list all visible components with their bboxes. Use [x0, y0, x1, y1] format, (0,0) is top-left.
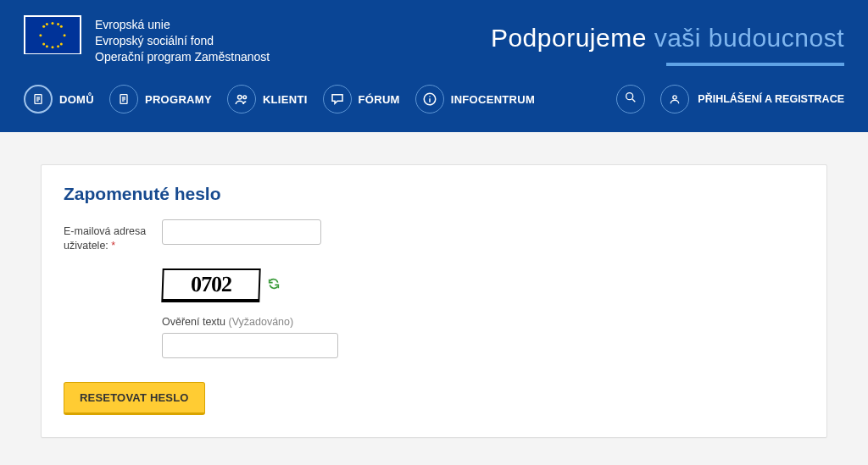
refresh-icon[interactable]	[267, 277, 281, 294]
svg-point-6	[60, 25, 63, 28]
main-nav: DOMŮ PROGRAMY KLIENTI FÓRUM INFOCENTRUM	[24, 66, 844, 132]
svg-point-25	[429, 96, 431, 97]
eu-line-1: Evropská unie	[95, 17, 270, 33]
site-slogan: Podporujeme vaši budoucnost	[491, 15, 844, 66]
svg-line-27	[632, 99, 635, 102]
captcha-label: Ověření textu (Vyžadováno)	[162, 316, 804, 328]
eu-flag-icon	[24, 15, 81, 54]
svg-point-2	[51, 46, 53, 48]
svg-point-3	[39, 34, 42, 36]
required-mark: *	[111, 240, 115, 252]
nav-label: KLIENTI	[263, 93, 308, 106]
email-field[interactable]	[162, 219, 321, 245]
svg-point-5	[42, 25, 45, 28]
svg-point-21	[237, 96, 242, 100]
svg-point-12	[57, 45, 59, 47]
card-title: Zapomenuté heslo	[64, 184, 804, 204]
auth-label: PŘIHLÁŠENÍ A REGISTRACE	[698, 93, 844, 105]
nav-item-forum[interactable]: FÓRUM	[323, 85, 400, 113]
captcha-image: 0702	[161, 268, 260, 302]
eu-program-text: Evropská unie Evropský sociální fond Ope…	[95, 15, 270, 65]
email-label: E-mailová adresa uživatele: *	[64, 219, 152, 253]
site-header: Evropská unie Evropský sociální fond Ope…	[0, 0, 868, 132]
users-icon	[227, 85, 256, 113]
captcha-label-hint: (Vyžadováno)	[229, 316, 294, 328]
svg-point-1	[51, 22, 53, 25]
svg-point-28	[673, 96, 676, 99]
user-icon	[660, 85, 689, 113]
eu-line-3: Operační program Zaměstnanost	[95, 49, 270, 65]
captcha-field[interactable]	[162, 333, 338, 358]
svg-point-22	[243, 96, 247, 99]
svg-point-4	[64, 34, 66, 36]
slogan-part1: Podporujeme	[491, 24, 654, 52]
nav-label: DOMŮ	[59, 93, 94, 106]
eu-line-2: Evropský sociální fond	[95, 33, 270, 49]
document-icon	[109, 85, 138, 113]
nav-item-infocentre[interactable]: INFOCENTRUM	[415, 85, 535, 113]
nav-item-home[interactable]: DOMŮ	[24, 85, 94, 113]
chat-icon	[323, 85, 352, 113]
reset-password-button[interactable]: RESETOVAT HESLO	[64, 382, 205, 415]
search-button[interactable]	[616, 85, 645, 113]
svg-point-8	[60, 42, 63, 45]
slogan-part2: vaši budoucnost	[654, 24, 844, 52]
email-row: E-mailová adresa uživatele: *	[64, 219, 804, 253]
document-icon	[24, 85, 53, 113]
nav-label: INFOCENTRUM	[451, 93, 535, 106]
captcha-text: 0702	[191, 272, 232, 297]
svg-point-11	[46, 45, 48, 47]
captcha-label-text: Ověření textu	[162, 316, 229, 328]
forgot-password-card: Zapomenuté heslo E-mailová adresa uživat…	[41, 164, 827, 438]
page-content: Zapomenuté heslo E-mailová adresa uživat…	[0, 132, 868, 446]
search-icon	[624, 91, 637, 108]
svg-point-26	[626, 93, 633, 100]
nav-item-clients[interactable]: KLIENTI	[227, 85, 308, 113]
captcha-section: 0702 Ověření textu (Vyžadováno)	[162, 268, 804, 358]
auth-link[interactable]: PŘIHLÁŠENÍ A REGISTRACE	[660, 85, 844, 113]
svg-point-9	[46, 23, 48, 25]
slogan-underline	[666, 63, 844, 66]
nav-item-programs[interactable]: PROGRAMY	[109, 85, 212, 113]
svg-point-7	[42, 42, 45, 45]
info-icon	[415, 85, 444, 113]
email-label-text: E-mailová adresa uživatele:	[64, 225, 146, 252]
nav-label: FÓRUM	[359, 93, 400, 106]
svg-point-10	[57, 23, 59, 25]
nav-label: PROGRAMY	[145, 93, 212, 106]
